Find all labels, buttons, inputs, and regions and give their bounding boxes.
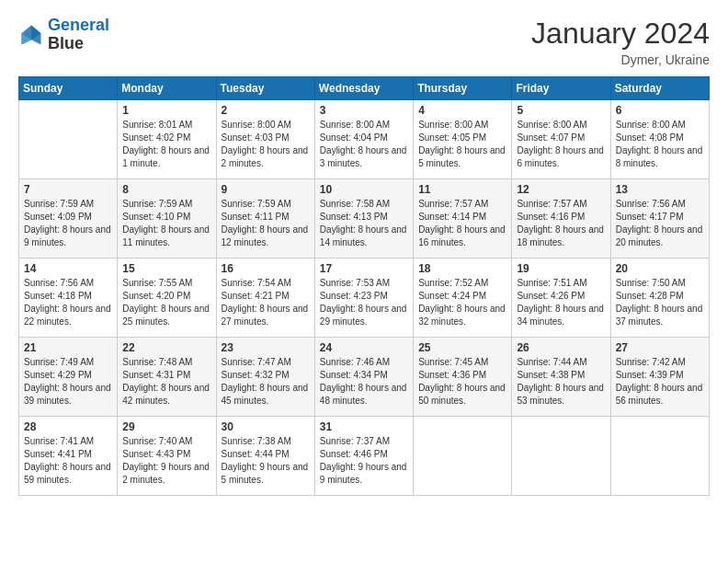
cell-date: 16 xyxy=(222,262,310,275)
cell-sunset: Sunset: 4:08 PM xyxy=(616,132,684,143)
header: General Blue January 2024 Dymer, Ukraine xyxy=(18,17,710,67)
day-header-friday: Friday xyxy=(512,77,610,100)
cell-date: 8 xyxy=(122,183,210,196)
cell-daylight: Daylight: 8 hours and 11 minutes. xyxy=(122,224,210,247)
cell-daylight: Daylight: 8 hours and 50 minutes. xyxy=(418,383,506,406)
cell-sunset: Sunset: 4:23 PM xyxy=(320,291,388,301)
table-row: 29 Sunrise: 7:40 AM Sunset: 4:43 PM Dayl… xyxy=(118,417,216,496)
cell-daylight: Daylight: 8 hours and 18 minutes. xyxy=(517,224,604,247)
table-row: 19 Sunrise: 7:51 AM Sunset: 4:26 PM Dayl… xyxy=(512,259,610,338)
cell-sunrise: Sunrise: 8:00 AM xyxy=(517,120,586,130)
cell-date: 10 xyxy=(320,183,408,196)
cell-daylight: Daylight: 8 hours and 27 minutes. xyxy=(222,304,309,327)
cell-daylight: Daylight: 9 hours and 9 minutes. xyxy=(320,462,407,485)
cell-sunrise: Sunrise: 7:48 AM xyxy=(122,357,192,367)
cell-sunset: Sunset: 4:02 PM xyxy=(122,132,190,143)
cell-daylight: Daylight: 8 hours and 8 minutes. xyxy=(616,145,703,168)
cell-sunrise: Sunrise: 7:56 AM xyxy=(616,199,686,209)
table-row: 17 Sunrise: 7:53 AM Sunset: 4:23 PM Dayl… xyxy=(314,259,413,338)
cell-daylight: Daylight: 8 hours and 14 minutes. xyxy=(320,224,407,247)
day-header-sunday: Sunday xyxy=(19,77,118,100)
cell-sunset: Sunset: 4:46 PM xyxy=(320,449,388,459)
cell-date: 2 xyxy=(222,104,310,117)
cell-sunset: Sunset: 4:03 PM xyxy=(222,132,290,143)
cell-date: 30 xyxy=(222,420,310,433)
cell-sunset: Sunset: 4:20 PM xyxy=(122,291,190,301)
cell-daylight: Daylight: 8 hours and 32 minutes. xyxy=(418,304,506,327)
table-row: 25 Sunrise: 7:45 AM Sunset: 4:36 PM Dayl… xyxy=(414,338,512,417)
cell-sunset: Sunset: 4:13 PM xyxy=(320,212,388,222)
cell-date: 28 xyxy=(24,420,112,433)
cell-daylight: Daylight: 8 hours and 6 minutes. xyxy=(517,145,604,168)
cell-sunset: Sunset: 4:26 PM xyxy=(517,291,585,301)
title-block: January 2024 Dymer, Ukraine xyxy=(531,17,710,67)
logo-icon xyxy=(18,22,44,48)
logo-line1: General xyxy=(48,16,109,34)
cell-daylight: Daylight: 8 hours and 20 minutes. xyxy=(616,224,703,247)
cell-date: 4 xyxy=(418,104,506,117)
cell-sunset: Sunset: 4:32 PM xyxy=(222,370,290,380)
cell-sunset: Sunset: 4:18 PM xyxy=(24,291,92,301)
day-header-saturday: Saturday xyxy=(610,77,709,100)
cell-date: 7 xyxy=(24,183,112,196)
cell-sunrise: Sunrise: 7:59 AM xyxy=(24,199,94,209)
cell-sunrise: Sunrise: 7:52 AM xyxy=(418,278,488,288)
logo-text: General Blue xyxy=(48,17,109,53)
cell-sunset: Sunset: 4:17 PM xyxy=(616,212,684,222)
cell-sunset: Sunset: 4:16 PM xyxy=(517,212,585,222)
cell-sunrise: Sunrise: 7:53 AM xyxy=(320,278,390,288)
table-row: 31 Sunrise: 7:37 AM Sunset: 4:46 PM Dayl… xyxy=(314,417,413,496)
logo: General Blue xyxy=(18,17,109,53)
cell-date: 24 xyxy=(320,341,408,354)
table-row: 1 Sunrise: 8:01 AM Sunset: 4:02 PM Dayli… xyxy=(118,100,216,179)
cell-daylight: Daylight: 8 hours and 34 minutes. xyxy=(517,304,604,327)
cell-sunset: Sunset: 4:09 PM xyxy=(24,212,92,222)
cell-date: 9 xyxy=(222,183,310,196)
cell-date: 15 xyxy=(122,262,210,275)
cell-date: 21 xyxy=(24,341,112,354)
cell-date: 29 xyxy=(122,420,210,433)
cell-date: 14 xyxy=(24,262,112,275)
cell-sunset: Sunset: 4:41 PM xyxy=(24,449,92,459)
calendar-header-row: Sunday Monday Tuesday Wednesday Thursday… xyxy=(19,77,710,100)
cell-sunrise: Sunrise: 7:44 AM xyxy=(517,357,586,367)
cell-daylight: Daylight: 8 hours and 2 minutes. xyxy=(222,145,309,168)
cell-sunrise: Sunrise: 7:58 AM xyxy=(320,199,390,209)
cell-sunrise: Sunrise: 7:50 AM xyxy=(616,278,686,288)
table-row: 2 Sunrise: 8:00 AM Sunset: 4:03 PM Dayli… xyxy=(216,100,314,179)
cell-daylight: Daylight: 8 hours and 45 minutes. xyxy=(222,383,309,406)
table-row: 13 Sunrise: 7:56 AM Sunset: 4:17 PM Dayl… xyxy=(610,179,709,259)
cell-sunrise: Sunrise: 7:51 AM xyxy=(517,278,586,288)
calendar-week-row: 14 Sunrise: 7:56 AM Sunset: 4:18 PM Dayl… xyxy=(19,259,710,338)
cell-sunset: Sunset: 4:05 PM xyxy=(418,132,486,143)
location: Dymer, Ukraine xyxy=(531,52,710,67)
month-title: January 2024 xyxy=(531,17,710,51)
cell-sunset: Sunset: 4:29 PM xyxy=(24,370,92,380)
table-row: 5 Sunrise: 8:00 AM Sunset: 4:07 PM Dayli… xyxy=(512,100,610,179)
cell-daylight: Daylight: 8 hours and 42 minutes. xyxy=(122,383,210,406)
cell-daylight: Daylight: 8 hours and 22 minutes. xyxy=(24,304,111,327)
table-row: 15 Sunrise: 7:55 AM Sunset: 4:20 PM Dayl… xyxy=(118,259,216,338)
cell-date: 23 xyxy=(222,341,310,354)
cell-sunrise: Sunrise: 7:56 AM xyxy=(24,278,94,288)
cell-daylight: Daylight: 8 hours and 37 minutes. xyxy=(616,304,703,327)
cell-sunrise: Sunrise: 8:00 AM xyxy=(320,120,390,130)
cell-sunrise: Sunrise: 7:38 AM xyxy=(222,436,291,446)
calendar-week-row: 1 Sunrise: 8:01 AM Sunset: 4:02 PM Dayli… xyxy=(19,100,710,179)
table-row: 24 Sunrise: 7:46 AM Sunset: 4:34 PM Dayl… xyxy=(314,338,413,417)
table-row: 27 Sunrise: 7:42 AM Sunset: 4:39 PM Dayl… xyxy=(610,338,709,417)
cell-date: 1 xyxy=(122,104,210,117)
cell-date: 12 xyxy=(517,183,605,196)
table-row: 20 Sunrise: 7:50 AM Sunset: 4:28 PM Dayl… xyxy=(610,259,709,338)
cell-date: 3 xyxy=(320,104,408,117)
cell-date: 11 xyxy=(418,183,506,196)
day-header-thursday: Thursday xyxy=(414,77,512,100)
cell-sunset: Sunset: 4:36 PM xyxy=(418,370,486,380)
cell-daylight: Daylight: 8 hours and 48 minutes. xyxy=(320,383,407,406)
cell-sunset: Sunset: 4:14 PM xyxy=(418,212,486,222)
cell-daylight: Daylight: 8 hours and 12 minutes. xyxy=(222,224,309,247)
table-row: 12 Sunrise: 7:57 AM Sunset: 4:16 PM Dayl… xyxy=(512,179,610,259)
cell-sunrise: Sunrise: 8:01 AM xyxy=(122,120,192,130)
cell-sunrise: Sunrise: 7:47 AM xyxy=(222,357,291,367)
cell-daylight: Daylight: 8 hours and 5 minutes. xyxy=(418,145,506,168)
